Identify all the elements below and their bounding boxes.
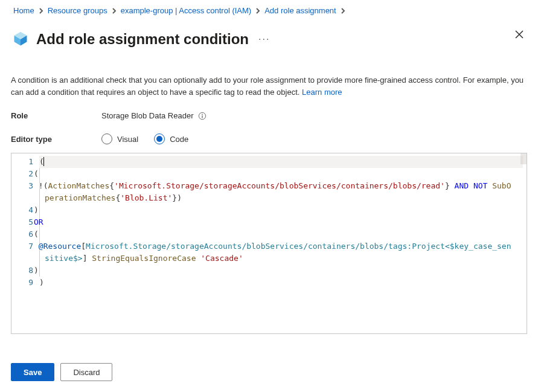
more-actions-button[interactable]: ··· (256, 31, 272, 47)
cube-icon (12, 30, 29, 49)
editor-type-code-radio[interactable]: Code (154, 133, 188, 144)
chevron-right-icon (255, 8, 261, 14)
radio-label-code: Code (170, 135, 188, 144)
chevron-right-icon (38, 8, 44, 14)
svg-point-4 (202, 114, 203, 115)
info-icon[interactable] (198, 112, 207, 120)
editor-type-visual-radio[interactable]: Visual (101, 133, 138, 144)
role-label: Role (11, 111, 101, 120)
learn-more-link[interactable]: Learn more (302, 88, 342, 97)
code-editor[interactable]: 123456789 ( ( !(ActionMatches{'Microsoft… (11, 153, 527, 334)
code-content[interactable]: ( ( !(ActionMatches{'Microsoft.Storage/s… (39, 153, 527, 333)
breadcrumb-resource-groups[interactable]: Resource groups (48, 6, 107, 15)
chevron-right-icon (111, 8, 117, 14)
editor-type-label: Editor type (11, 135, 101, 144)
discard-button[interactable]: Discard (60, 363, 112, 381)
page-title: Add role assignment condition (36, 31, 249, 48)
scrollbar[interactable] (520, 153, 527, 164)
breadcrumb: Home Resource groups example-group | Acc… (11, 5, 527, 21)
close-button[interactable] (511, 27, 527, 44)
chevron-right-icon (340, 8, 346, 14)
svg-rect-5 (202, 115, 203, 118)
save-button[interactable]: Save (11, 363, 54, 381)
radio-label-visual: Visual (117, 135, 138, 144)
role-value: Storage Blob Data Reader (101, 111, 193, 120)
breadcrumb-add-role-assignment[interactable]: Add role assignment (264, 6, 336, 15)
breadcrumb-home[interactable]: Home (13, 6, 34, 15)
breadcrumb-example-group-iam[interactable]: example-group | Access control (IAM) (121, 6, 252, 15)
description-text: A condition is an additional check that … (11, 74, 527, 98)
